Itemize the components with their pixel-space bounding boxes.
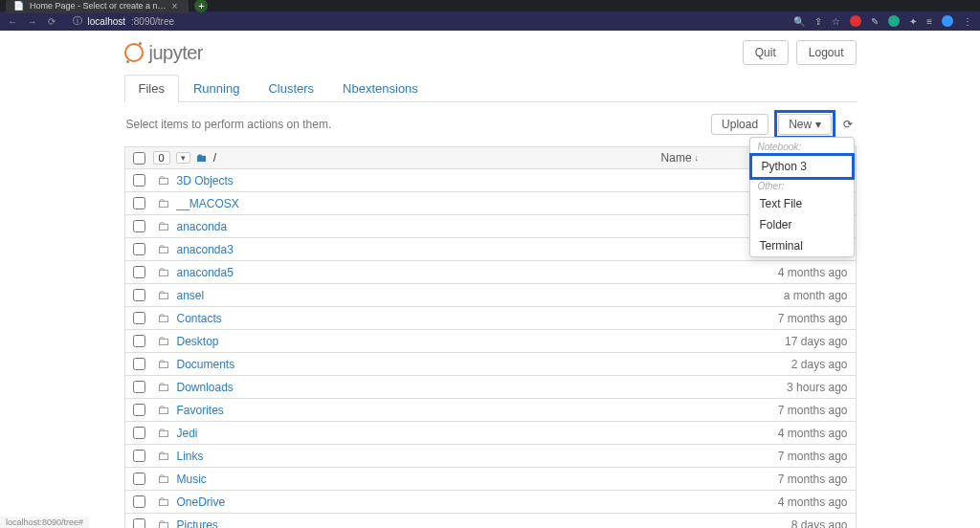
sort-arrow-icon: ↓ [695,153,700,163]
folder-icon: 🗀 [157,311,169,325]
url-bar[interactable]: ⓘ localhost:8090/tree [73,14,785,28]
tab-running[interactable]: Running [179,75,254,101]
upload-button[interactable]: Upload [711,114,768,135]
row-name[interactable]: Contacts [177,312,222,325]
puzzle-icon[interactable]: ✦ [909,16,917,27]
new-button[interactable]: New ▾ [778,114,831,135]
row-name[interactable]: Desktop [177,335,219,348]
folder-icon[interactable]: 🖿 [196,151,208,165]
row-checkbox[interactable] [133,312,145,324]
sort-by-name[interactable]: Name ↓ [661,151,700,165]
row-checkbox[interactable] [133,358,145,370]
menu-icon[interactable]: ⋮ [963,16,972,27]
back-icon[interactable]: ← [8,16,17,27]
profile-icon[interactable] [942,15,953,27]
logout-button[interactable]: Logout [796,40,857,65]
row-name[interactable]: Jedi [177,427,198,440]
table-row: 🗀Pictures8 days ago [124,514,857,528]
site-info-icon[interactable]: ⓘ [73,14,82,28]
row-name[interactable]: OneDrive [177,495,226,509]
row-name[interactable]: 3D Objects [177,174,234,187]
folder-icon: 🗀 [157,334,169,348]
share-icon[interactable]: ⇪ [814,16,822,27]
table-row: 🗀anaconda54 months ago [124,261,857,284]
quit-button[interactable]: Quit [743,40,789,65]
row-checkbox[interactable] [133,197,145,209]
select-all-checkbox[interactable] [133,152,145,165]
dropdown-section-other: Other: [750,179,854,193]
tab-files[interactable]: Files [124,75,179,102]
table-row: 🗀3D Objects7 months ago [124,169,857,192]
row-name[interactable]: anaconda [177,220,228,233]
row-name[interactable]: Music [177,473,207,486]
refresh-icon[interactable]: ⟳ [841,116,855,133]
breadcrumb-root[interactable]: / [213,151,216,165]
row-name[interactable]: ansel [177,289,205,302]
jupyter-logo[interactable]: jupyter [124,42,204,64]
row-modified: 7 months ago [778,312,848,325]
row-modified: 7 months ago [778,473,848,486]
row-name[interactable]: __MACOSX [177,197,239,210]
folder-icon: 🗀 [157,265,169,279]
row-checkbox[interactable] [133,518,145,528]
tab-clusters[interactable]: Clusters [254,75,328,101]
row-modified: 7 months ago [778,404,848,417]
browser-tab[interactable]: 📄 Home Page - Select or create a n… × [6,0,189,13]
row-modified: 7 months ago [778,450,848,463]
row-checkbox[interactable] [133,335,145,347]
row-modified: 4 months ago [778,495,848,509]
folder-icon: 🗀 [157,380,169,394]
extension-icon[interactable] [850,15,861,27]
row-checkbox[interactable] [133,404,145,416]
row-checkbox[interactable] [133,427,145,439]
row-name[interactable]: Favorites [177,404,224,417]
nav-arrows: ← → ⟳ [8,16,63,27]
row-checkbox[interactable] [133,289,145,301]
row-checkbox[interactable] [133,220,145,232]
new-textfile-item[interactable]: Text File [750,193,854,214]
row-name[interactable]: Downloads [177,381,234,394]
forward-icon[interactable]: → [28,16,37,27]
row-name[interactable]: Pictures [177,518,218,529]
row-checkbox[interactable] [133,473,145,485]
extension-icon[interactable] [888,15,900,27]
table-row: 🗀Downloads3 hours ago [124,376,857,399]
row-name[interactable]: anaconda5 [177,266,234,279]
folder-icon: 🗀 [157,219,169,233]
url-host: localhost [88,16,125,27]
folder-icon: 🗀 [157,426,169,440]
folder-icon: 🗀 [157,288,169,302]
new-python3-item[interactable]: Python 3 [749,153,855,180]
row-checkbox[interactable] [133,495,145,508]
chevron-down-icon: ▾ [815,118,821,131]
row-name[interactable]: Documents [177,358,235,371]
selection-count: 0 [153,151,170,165]
list-icon[interactable]: ≡ [926,16,932,27]
row-checkbox[interactable] [133,450,145,462]
close-icon[interactable]: × [172,1,178,11]
row-name[interactable]: anaconda3 [177,243,234,256]
row-checkbox[interactable] [133,266,145,278]
selection-dropdown-icon[interactable]: ▾ [176,152,190,164]
star-icon[interactable]: ☆ [832,16,840,27]
edit-icon[interactable]: ✎ [871,16,879,27]
new-terminal-item[interactable]: Terminal [750,235,854,256]
selection-hint: Select items to perform actions on them. [126,118,332,131]
row-name[interactable]: Links [177,450,204,463]
row-checkbox[interactable] [133,174,145,187]
row-checkbox[interactable] [133,381,145,393]
row-modified: 4 months ago [778,266,848,279]
table-row: 🗀ansela month ago [124,284,857,307]
folder-icon: 🗀 [157,196,169,210]
reload-icon[interactable]: ⟳ [48,16,56,27]
new-dropdown: Notebook: Python 3 Other: Text File Fold… [749,137,855,257]
tab-nbextensions[interactable]: Nbextensions [328,75,433,101]
new-folder-item[interactable]: Folder [750,214,854,235]
name-column-label: Name [661,151,692,165]
search-icon[interactable]: 🔍 [793,16,805,27]
table-row: 🗀Contacts7 months ago [124,307,857,330]
row-modified: 3 hours ago [787,381,847,394]
row-modified: 4 months ago [778,427,848,440]
tab-title: Home Page - Select or create a n… [30,1,167,11]
row-checkbox[interactable] [133,243,145,255]
